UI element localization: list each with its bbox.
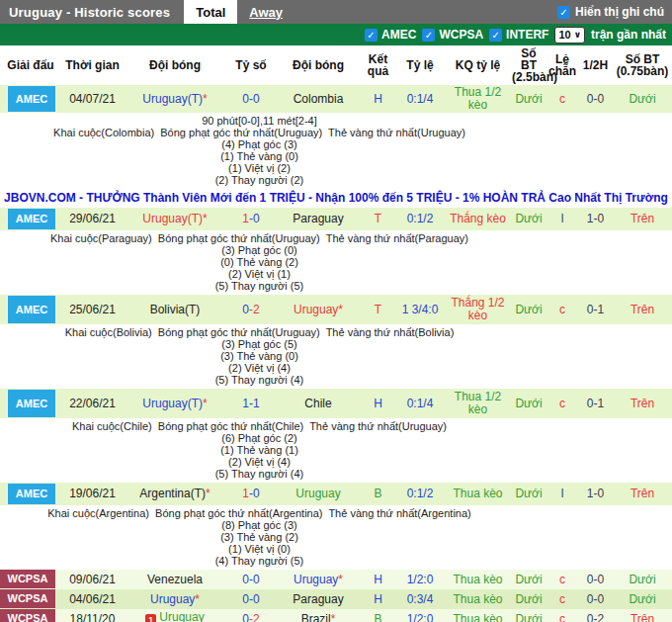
- over-under-25: Dưới: [511, 612, 546, 622]
- filter-amec[interactable]: ✓ AMEC: [365, 28, 416, 42]
- filter-bar: ✓ AMEC ✓ WCPSA ✓ INTERF 10 ∨ trận gần nh…: [0, 24, 672, 45]
- home-team[interactable]: Uruguay*: [124, 592, 226, 607]
- away-team-name: Uruguay: [294, 573, 338, 586]
- col-score: Tỷ số: [226, 59, 276, 71]
- half-time-score: 0-2: [578, 612, 613, 622]
- filter-interf[interactable]: ✓ INTERF: [489, 28, 548, 42]
- over-under-25: Dưới: [511, 592, 546, 607]
- home-team-name: Uruguay: [150, 592, 195, 606]
- red-card-icon: 1: [145, 614, 156, 622]
- handicap-odds: 1/2:0: [395, 573, 445, 587]
- away-goals: -0: [249, 212, 260, 225]
- match-date: 25/06/21: [61, 303, 124, 317]
- home-team[interactable]: Bolivia(T): [124, 303, 226, 317]
- home-team[interactable]: Uruguay(T)*: [124, 397, 226, 411]
- filter-wcpsa[interactable]: ✓ WCPSA: [422, 28, 483, 42]
- match-count-suffix: trận gần nhất: [591, 28, 666, 42]
- detail-stat-line: (4) Phạt góc (3): [0, 138, 519, 150]
- wcpsa-checkbox[interactable]: ✓: [422, 29, 435, 42]
- home-team[interactable]: 1Uruguay: [124, 610, 226, 622]
- team-star-marker: *: [203, 92, 208, 106]
- away-goals: -0: [249, 573, 260, 586]
- score: 0-0: [226, 92, 276, 107]
- interf-checkbox[interactable]: ✓: [489, 29, 502, 42]
- home-team[interactable]: Uruguay(T)*: [124, 212, 226, 226]
- tab-away[interactable]: Away: [237, 0, 294, 24]
- over-under-075: Trên: [613, 397, 672, 411]
- title-bar: Uruguay - Historic scores Total Away ✓ H…: [0, 0, 672, 24]
- away-goals: -0: [249, 92, 260, 106]
- away-team-name: Paraguay: [293, 212, 343, 225]
- away-team[interactable]: Chile: [276, 397, 361, 411]
- handicap-odds: 0:1/4: [395, 92, 445, 107]
- result-letter: H: [361, 592, 395, 607]
- away-team[interactable]: Uruguay: [276, 487, 361, 501]
- home-team[interactable]: Uruguay(T)*: [124, 92, 226, 107]
- col-odds-result: KQ tỷ lệ: [445, 59, 511, 71]
- tab-total[interactable]: Total: [184, 0, 237, 24]
- score: 0-2: [226, 612, 276, 622]
- col-league: Giải đấu: [0, 59, 61, 71]
- detail-stat-line: (0) Thẻ vàng (2): [0, 256, 519, 268]
- away-team[interactable]: Paraguay: [276, 212, 361, 226]
- half-time-score: 0-1: [578, 397, 613, 411]
- away-team[interactable]: Paraguay: [276, 592, 361, 607]
- odd-even: l: [546, 487, 578, 501]
- detail-stat-line: (4) Thay người (5): [0, 555, 519, 567]
- over-under-075: Trên: [613, 487, 672, 501]
- home-team[interactable]: Venezuela: [124, 573, 226, 587]
- result-letter: H: [361, 397, 395, 411]
- team-star-marker: *: [206, 487, 210, 500]
- score: 1-0: [226, 212, 276, 226]
- handicap-result: Thua kèo: [445, 612, 511, 622]
- amec-checkbox[interactable]: ✓: [365, 29, 378, 42]
- over-under-25: Dưới: [511, 487, 546, 501]
- home-goals: 1: [242, 397, 249, 410]
- handicap-odds: 0:1/4: [395, 397, 445, 411]
- away-team[interactable]: Uruguay*: [276, 303, 361, 317]
- match-count-select[interactable]: 10 ∨: [554, 27, 585, 44]
- show-notes-checkbox[interactable]: ✓: [557, 6, 570, 19]
- away-team-name: Uruguay: [294, 303, 338, 316]
- match-date: 09/06/21: [61, 573, 124, 587]
- home-team-name: Uruguay(T): [142, 92, 203, 106]
- league-badge: AMEC: [8, 86, 55, 112]
- league-badge: WCPSA: [0, 570, 55, 588]
- odd-even: c: [546, 92, 578, 107]
- detail-stat-line: (5) Thay người (5): [0, 280, 519, 292]
- handicap-odds: 1 3/4:0: [395, 303, 445, 317]
- result-letter: B: [361, 612, 395, 622]
- detail-stat-line: (2) Việt vị (4): [0, 362, 519, 374]
- chevron-down-icon: ∨: [574, 30, 581, 40]
- home-goals: 0: [242, 303, 249, 316]
- table-row: WCPSA09/06/21Venezuela0-0Uruguay*H1/2:0T…: [0, 570, 672, 589]
- match-date: 04/06/21: [61, 592, 124, 607]
- detail-heading: Khai cuộc(Chile) Bóng phạt góc thứ nhất(…: [0, 420, 519, 432]
- league-badge: AMEC: [8, 209, 55, 229]
- col-goals-075: Số BT (0.75bàn): [613, 53, 672, 77]
- score: 0-2: [226, 303, 276, 317]
- away-team-name: Paraguay: [293, 592, 343, 606]
- detail-stat-line: (8) Phạt góc (3): [0, 519, 519, 531]
- away-team-name: Colombia: [294, 92, 344, 106]
- show-notes-label: Hiển thị ghi chú: [575, 5, 664, 19]
- handicap-odds: 0:3/4: [395, 592, 445, 607]
- match-date: 22/06/21: [61, 397, 124, 411]
- over-under-25: Dưới: [511, 573, 546, 587]
- home-goals: 0: [242, 592, 249, 606]
- team-star-marker: *: [338, 573, 343, 586]
- home-team[interactable]: Argentina(T)*: [124, 487, 226, 501]
- wcpsa-label: WCPSA: [439, 28, 483, 42]
- result-letter: H: [361, 92, 395, 107]
- over-under-25: Dưới: [511, 212, 546, 226]
- ad-banner-link[interactable]: JBOVN.COM - THƯỞNG Thành Viên Mới đến 1 …: [0, 189, 672, 208]
- away-goals: -2: [249, 612, 260, 622]
- detail-stat-line: (6) Phạt góc (2): [0, 432, 519, 444]
- home-goals: 0: [242, 573, 249, 586]
- away-team[interactable]: Colombia: [276, 92, 361, 107]
- over-under-25: Dưới: [511, 92, 546, 107]
- table-header: Giải đấu Thời gian Đội bóng Tỷ số Đội bó…: [0, 45, 672, 85]
- away-team[interactable]: Uruguay*: [276, 573, 361, 587]
- league-badge: AMEC: [8, 296, 55, 323]
- away-team[interactable]: Brazil*: [276, 612, 361, 622]
